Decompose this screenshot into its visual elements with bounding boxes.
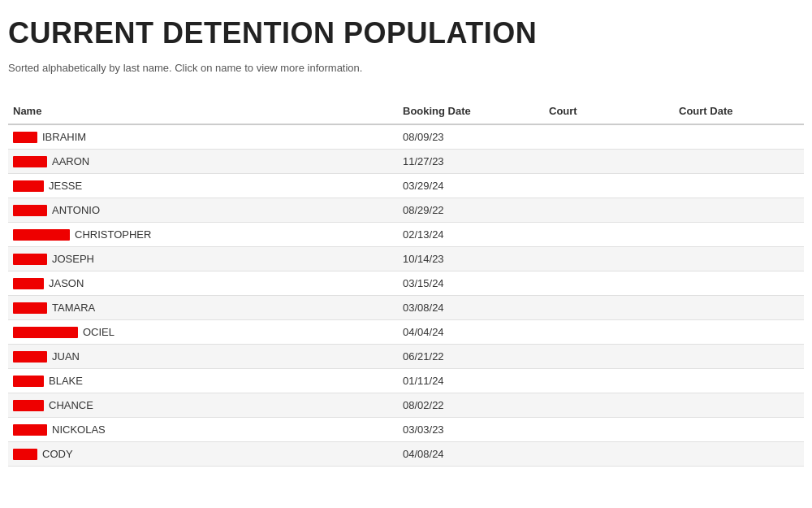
name-cell-5: JOSEPH: [8, 247, 398, 271]
table-row: JASON03/15/24: [8, 271, 804, 296]
name-cell-12: NICKOLAS: [8, 418, 398, 442]
name-link-9[interactable]: JUAN: [13, 350, 393, 363]
court-6: [544, 271, 674, 296]
table-row: OCIEL04/04/24: [8, 320, 804, 345]
table-row: JESSE03/29/24: [8, 174, 804, 198]
court-0: [544, 124, 674, 150]
name-cell-0: IBRAHIM: [8, 124, 398, 150]
court-date-9: [674, 345, 804, 369]
redacted-last-name-2: [13, 180, 44, 192]
redacted-last-name-7: [13, 302, 47, 314]
first-name-0: IBRAHIM: [42, 131, 86, 143]
name-link-8[interactable]: OCIEL: [13, 326, 393, 338]
table-row: JOSEPH10/14/23: [8, 247, 804, 271]
court-2: [544, 174, 674, 198]
court-8: [544, 320, 674, 345]
name-link-1[interactable]: AARON: [13, 155, 393, 167]
court-7: [544, 296, 674, 320]
court-date-11: [674, 393, 804, 418]
booking-date-3: 08/29/22: [398, 198, 544, 223]
name-cell-6: JASON: [8, 271, 398, 296]
name-cell-13: CODY: [8, 442, 398, 467]
first-name-4: CHRISTOPHER: [75, 228, 151, 241]
court-4: [544, 223, 674, 247]
first-name-9: JUAN: [52, 350, 80, 363]
court-date-6: [674, 271, 804, 296]
col-header-court-date: Court Date: [674, 98, 804, 124]
redacted-last-name-3: [13, 205, 47, 216]
name-link-0[interactable]: IBRAHIM: [13, 131, 393, 143]
booking-date-8: 04/04/24: [398, 320, 544, 345]
redacted-last-name-0: [13, 132, 37, 143]
court-11: [544, 393, 674, 418]
table-row: IBRAHIM08/09/23: [8, 124, 804, 150]
first-name-12: NICKOLAS: [52, 423, 106, 436]
booking-date-0: 08/09/23: [398, 124, 544, 150]
table-row: NICKOLAS03/03/23: [8, 418, 804, 442]
table-row: BLAKE01/11/24: [8, 369, 804, 393]
redacted-last-name-11: [13, 400, 44, 411]
col-header-court: Court: [544, 98, 674, 124]
booking-date-4: 02/13/24: [398, 223, 544, 247]
table-row: TAMARA03/08/24: [8, 296, 804, 320]
name-link-2[interactable]: JESSE: [13, 180, 393, 192]
redacted-last-name-12: [13, 424, 47, 436]
redacted-last-name-8: [13, 327, 78, 338]
first-name-3: ANTONIO: [52, 204, 100, 216]
first-name-10: BLAKE: [49, 375, 83, 387]
court-date-7: [674, 296, 804, 320]
name-link-10[interactable]: BLAKE: [13, 375, 393, 387]
table-row: AARON11/27/23: [8, 150, 804, 174]
redacted-last-name-1: [13, 156, 47, 167]
table-row: CHANCE08/02/22: [8, 393, 804, 418]
court-1: [544, 150, 674, 174]
booking-date-9: 06/21/22: [398, 345, 544, 369]
table-header-row: Name Booking Date Court Court Date: [8, 98, 804, 124]
first-name-5: JOSEPH: [52, 253, 94, 265]
detention-table: Name Booking Date Court Court Date IBRAH…: [8, 98, 804, 467]
name-link-3[interactable]: ANTONIO: [13, 204, 393, 216]
name-link-13[interactable]: CODY: [13, 448, 393, 460]
table-row: ANTONIO08/29/22: [8, 198, 804, 223]
court-date-5: [674, 247, 804, 271]
table-row: CHRISTOPHER02/13/24: [8, 223, 804, 247]
booking-date-13: 04/08/24: [398, 442, 544, 467]
booking-date-12: 03/03/23: [398, 418, 544, 442]
name-cell-9: JUAN: [8, 345, 398, 369]
name-link-5[interactable]: JOSEPH: [13, 253, 393, 265]
court-12: [544, 418, 674, 442]
name-cell-1: AARON: [8, 150, 398, 174]
booking-date-5: 10/14/23: [398, 247, 544, 271]
redacted-last-name-10: [13, 376, 44, 387]
court-9: [544, 345, 674, 369]
name-cell-4: CHRISTOPHER: [8, 223, 398, 247]
name-cell-7: TAMARA: [8, 296, 398, 320]
first-name-2: JESSE: [49, 180, 82, 192]
court-date-0: [674, 124, 804, 150]
court-3: [544, 198, 674, 223]
page-subtitle: Sorted alphabetically by last name. Clic…: [8, 62, 804, 74]
name-link-11[interactable]: CHANCE: [13, 399, 393, 411]
booking-date-2: 03/29/24: [398, 174, 544, 198]
first-name-11: CHANCE: [49, 399, 93, 411]
booking-date-11: 08/02/22: [398, 393, 544, 418]
court-date-3: [674, 198, 804, 223]
first-name-13: CODY: [42, 448, 73, 460]
name-link-4[interactable]: CHRISTOPHER: [13, 228, 393, 241]
court-date-8: [674, 320, 804, 345]
booking-date-1: 11/27/23: [398, 150, 544, 174]
page-title: CURRENT DETENTION POPULATION: [8, 16, 804, 50]
table-row: JUAN06/21/22: [8, 345, 804, 369]
court-date-2: [674, 174, 804, 198]
name-cell-10: BLAKE: [8, 369, 398, 393]
name-cell-3: ANTONIO: [8, 198, 398, 223]
redacted-last-name-4: [13, 229, 70, 241]
name-cell-2: JESSE: [8, 174, 398, 198]
name-cell-8: OCIEL: [8, 320, 398, 345]
name-link-7[interactable]: TAMARA: [13, 302, 393, 314]
redacted-last-name-6: [13, 278, 44, 289]
court-date-13: [674, 442, 804, 467]
court-13: [544, 442, 674, 467]
name-link-6[interactable]: JASON: [13, 277, 393, 289]
name-link-12[interactable]: NICKOLAS: [13, 423, 393, 436]
